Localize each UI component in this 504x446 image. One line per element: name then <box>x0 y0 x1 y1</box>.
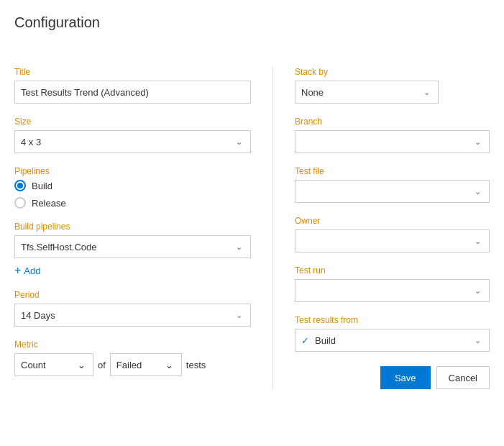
pipelines-radio-group: Build Release <box>14 180 251 209</box>
owner-chevron-icon: ⌄ <box>466 237 489 246</box>
metric-tests-text: tests <box>186 360 206 370</box>
metric-count-value: Count <box>15 360 70 370</box>
size-select[interactable]: 4 x 3 ⌄ <box>14 130 251 153</box>
title-label: Title <box>14 67 251 77</box>
test-results-from-label: Test results from <box>295 315 490 325</box>
test-run-label: Test run <box>295 265 490 276</box>
metric-failed-select[interactable]: Failed ⌄ <box>110 353 182 376</box>
test-results-from-field-group: Test results from ✓ Build ⌄ <box>295 315 490 352</box>
pipelines-label: Pipelines <box>14 166 251 176</box>
pipeline-build-label: Build <box>32 181 52 191</box>
title-field-group: Title <box>14 67 251 104</box>
pipeline-release-option[interactable]: Release <box>14 197 251 209</box>
save-button[interactable]: Save <box>380 366 431 389</box>
test-file-field-group: Test file ⌄ <box>295 166 490 203</box>
test-results-from-value: Build <box>309 335 466 346</box>
test-file-chevron-icon: ⌄ <box>466 187 489 196</box>
footer-buttons: Save Cancel <box>295 366 490 389</box>
test-results-from-select[interactable]: ✓ Build ⌄ <box>295 329 490 352</box>
stack-by-chevron-icon: ⌄ <box>415 88 438 97</box>
build-pipelines-chevron-icon: ⌄ <box>227 242 250 252</box>
size-value: 4 x 3 <box>15 137 227 147</box>
size-label: Size <box>14 117 251 127</box>
title-input[interactable] <box>14 81 251 104</box>
pipeline-build-option[interactable]: Build <box>14 180 251 191</box>
left-panel: Title Size 4 x 3 ⌄ Pipelines Build Relea… <box>14 67 273 389</box>
pipeline-release-radio[interactable] <box>14 197 26 209</box>
build-pipelines-field-group: Build pipelines Tfs.SelfHost.Code ⌄ + Ad… <box>14 222 251 277</box>
size-field-group: Size 4 x 3 ⌄ <box>14 117 251 153</box>
build-pipelines-label: Build pipelines <box>14 222 251 232</box>
test-run-field-group: Test run ⌄ <box>295 265 490 302</box>
branch-select[interactable]: ⌄ <box>295 130 490 153</box>
owner-select[interactable]: ⌄ <box>295 229 490 252</box>
metric-count-chevron-icon: ⌄ <box>70 360 93 370</box>
pipeline-release-label: Release <box>32 198 66 209</box>
pipeline-build-radio[interactable] <box>14 180 26 191</box>
pipelines-field-group: Pipelines Build Release <box>14 166 251 209</box>
period-field-group: Period 14 Days ⌄ <box>14 290 251 327</box>
branch-chevron-icon: ⌄ <box>466 137 489 147</box>
test-file-label: Test file <box>295 166 490 176</box>
cancel-button[interactable]: Cancel <box>436 366 490 389</box>
branch-label: Branch <box>295 117 490 127</box>
build-pipelines-value: Tfs.SelfHost.Code <box>15 242 227 252</box>
metric-failed-value: Failed <box>111 360 158 370</box>
stack-by-select[interactable]: None ⌄ <box>295 81 439 104</box>
plus-icon: + <box>14 264 21 277</box>
period-value: 14 Days <box>15 310 227 321</box>
build-pipelines-select[interactable]: Tfs.SelfHost.Code ⌄ <box>14 235 251 258</box>
add-button[interactable]: + Add <box>14 264 40 277</box>
test-run-select[interactable]: ⌄ <box>295 279 490 302</box>
stack-by-field-group: Stack by None ⌄ <box>295 67 490 104</box>
period-label: Period <box>14 290 251 300</box>
branch-field-group: Branch ⌄ <box>295 117 490 153</box>
metric-of-text: of <box>98 360 106 370</box>
metric-label: Metric <box>14 340 251 350</box>
test-file-select[interactable]: ⌄ <box>295 180 490 203</box>
check-icon: ✓ <box>295 335 309 346</box>
right-panel: Stack by None ⌄ Branch ⌄ Test file ⌄ Own… <box>273 67 490 389</box>
page-title: Configuration <box>0 0 504 38</box>
period-chevron-icon: ⌄ <box>227 311 250 320</box>
metric-row: Count ⌄ of Failed ⌄ tests <box>14 353 251 376</box>
period-select[interactable]: 14 Days ⌄ <box>14 304 251 327</box>
stack-by-label: Stack by <box>295 67 490 77</box>
metric-field-group: Metric Count ⌄ of Failed ⌄ tests <box>14 340 251 376</box>
metric-count-select[interactable]: Count ⌄ <box>14 353 93 376</box>
add-label: Add <box>24 265 40 276</box>
test-run-chevron-icon: ⌄ <box>466 286 489 296</box>
metric-failed-chevron-icon: ⌄ <box>158 360 181 370</box>
stack-by-value: None <box>295 87 415 98</box>
owner-label: Owner <box>295 216 490 226</box>
test-results-from-chevron-icon: ⌄ <box>466 336 489 345</box>
owner-field-group: Owner ⌄ <box>295 216 490 252</box>
size-chevron-icon: ⌄ <box>227 137 250 147</box>
